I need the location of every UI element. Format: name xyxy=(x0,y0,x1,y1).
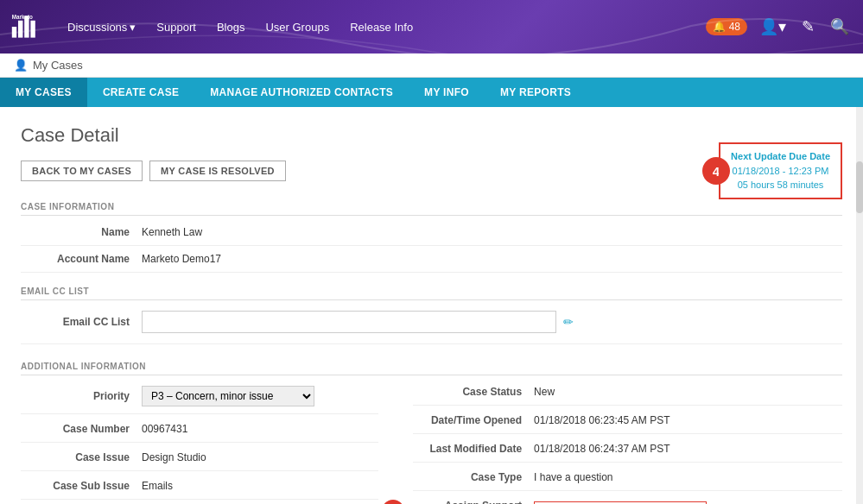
left-column: Priority P3 – Concern, minor issue Case … xyxy=(21,386,378,504)
action-row: BACK TO MY CASES MY CASE IS RESOLVED 4 N… xyxy=(21,161,842,181)
page-wrapper: Marketo Discussions ▾ Support Blogs User… xyxy=(0,0,863,504)
email-cc-section: EMAIL CC LIST Email CC List ✏ xyxy=(21,287,842,344)
date-opened-row: Date/Time Opened 01/18/2018 06:23:45 AM … xyxy=(413,414,842,434)
case-info-account-row: Account Name Marketo Demo17 xyxy=(21,253,842,273)
svg-rect-3 xyxy=(30,21,35,38)
step5-badge: 5 xyxy=(382,500,404,504)
main-content: Case Detail BACK TO MY CASES MY CASE IS … xyxy=(0,107,863,504)
assign-engineer-row: 5 Assign Support Engineer Kenneth Law xyxy=(413,500,842,504)
scrollbar-track[interactable] xyxy=(856,107,863,504)
case-issue-value: Design Studio xyxy=(142,451,206,463)
bell-icon: 🔔 xyxy=(713,21,726,33)
user-icon: 👤 xyxy=(14,59,28,72)
email-cc-input[interactable] xyxy=(142,311,556,333)
nav-support[interactable]: Support xyxy=(148,16,205,39)
email-cc-header: EMAIL CC LIST xyxy=(21,287,842,300)
back-to-cases-button[interactable]: BACK TO MY CASES xyxy=(21,161,143,181)
nav-right: 🔔 48 👤▾ ✎ 🔍 xyxy=(706,14,853,40)
additional-info-section: ADDITIONAL INFORMATION Priority P3 – Con… xyxy=(21,362,842,504)
date-opened-value: 01/18/2018 06:23:45 AM PST xyxy=(534,414,669,426)
right-column: Case Status New Date/Time Opened 01/18/2… xyxy=(413,386,842,504)
case-issue-row: Case Issue Design Studio xyxy=(21,451,378,471)
edit-icon-button[interactable]: ✎ xyxy=(798,14,818,40)
tab-bar: MY CASES CREATE CASE MANAGE AUTHORIZED C… xyxy=(0,78,863,107)
scrollbar-thumb[interactable] xyxy=(856,161,863,213)
additional-info-header: ADDITIONAL INFORMATION xyxy=(21,362,842,375)
last-modified-value: 01/18/2018 06:24:37 AM PST xyxy=(534,443,669,455)
case-number-label: Case Number xyxy=(21,423,142,435)
case-number-value: 00967431 xyxy=(142,423,187,435)
case-sub-issue-value: Emails xyxy=(142,480,173,492)
name-label: Name xyxy=(21,226,142,238)
search-button[interactable]: 🔍 xyxy=(827,14,853,40)
tab-my-info[interactable]: MY INFO xyxy=(409,78,485,107)
logo[interactable]: Marketo xyxy=(10,11,41,42)
tab-my-cases[interactable]: MY CASES xyxy=(0,78,87,107)
priority-label: Priority xyxy=(21,390,142,402)
svg-rect-0 xyxy=(12,27,16,38)
case-status-label: Case Status xyxy=(413,386,534,398)
svg-text:Marketo: Marketo xyxy=(12,14,33,20)
nav-user-groups[interactable]: User Groups xyxy=(257,16,338,39)
case-number-row: Case Number 00967431 xyxy=(21,423,378,443)
case-information-header: CASE INFORMATION xyxy=(21,202,842,216)
next-update-remaining: 05 hours 58 minutes xyxy=(731,178,830,192)
nav-release-info[interactable]: Release Info xyxy=(341,16,422,39)
case-sub-issue-label: Case Sub Issue xyxy=(21,480,142,492)
tab-manage-authorized-contacts[interactable]: MANAGE AUTHORIZED CONTACTS xyxy=(194,78,409,107)
email-cc-label: Email CC List xyxy=(21,316,142,328)
assign-engineer-label: 5 Assign Support Engineer xyxy=(413,500,534,504)
notifications-button[interactable]: 🔔 48 xyxy=(706,18,747,35)
chevron-down-icon: ▾ xyxy=(130,21,136,34)
date-opened-label: Date/Time Opened xyxy=(413,414,534,426)
svg-rect-1 xyxy=(18,21,22,38)
secondary-navigation: 👤 My Cases xyxy=(0,54,863,78)
last-modified-row: Last Modified Date 01/18/2018 06:24:37 A… xyxy=(413,443,842,463)
priority-select[interactable]: P3 – Concern, minor issue xyxy=(142,386,314,406)
last-modified-label: Last Modified Date xyxy=(413,443,534,455)
email-cc-row: Email CC List ✏ xyxy=(21,311,842,344)
priority-row: Priority P3 – Concern, minor issue xyxy=(21,386,378,414)
case-sub-issue-row: Case Sub Issue Emails xyxy=(21,480,378,500)
next-update-box: Next Update Due Date 01/18/2018 - 12:23 … xyxy=(719,142,842,199)
case-type-row: Case Type I have a question xyxy=(413,471,842,491)
case-resolved-button[interactable]: MY CASE IS RESOLVED xyxy=(149,161,286,181)
user-avatar-button[interactable]: 👤▾ xyxy=(756,14,790,40)
case-information-section: CASE INFORMATION Name Kenneth Law Accoun… xyxy=(21,202,842,273)
next-update-label: Next Update Due Date xyxy=(731,149,830,164)
account-name-value: Marketo Demo17 xyxy=(142,253,221,265)
case-status-row: Case Status New xyxy=(413,386,842,406)
additional-info-columns: Priority P3 – Concern, minor issue Case … xyxy=(21,386,842,504)
name-value: Kenneth Law xyxy=(142,226,202,238)
case-status-value: New xyxy=(534,386,555,398)
top-navigation: Marketo Discussions ▾ Support Blogs User… xyxy=(0,0,863,54)
nav-discussions[interactable]: Discussions ▾ xyxy=(59,16,144,39)
case-type-label: Case Type xyxy=(413,471,534,483)
case-info-name-row: Name Kenneth Law xyxy=(21,226,842,246)
account-name-label: Account Name xyxy=(21,253,142,265)
tab-create-case[interactable]: CREATE CASE xyxy=(87,78,194,107)
nav-blogs[interactable]: Blogs xyxy=(208,16,254,39)
case-issue-label: Case Issue xyxy=(21,451,142,463)
tab-my-reports[interactable]: MY REPORTS xyxy=(485,78,587,107)
main-nav: Discussions ▾ Support Blogs User Groups … xyxy=(59,16,706,39)
case-type-value: I have a question xyxy=(534,471,612,483)
next-update-date: 01/18/2018 - 12:23 PM xyxy=(731,164,830,179)
my-cases-breadcrumb[interactable]: My Cases xyxy=(33,59,83,72)
edit-pencil-icon[interactable]: ✏ xyxy=(563,315,574,329)
